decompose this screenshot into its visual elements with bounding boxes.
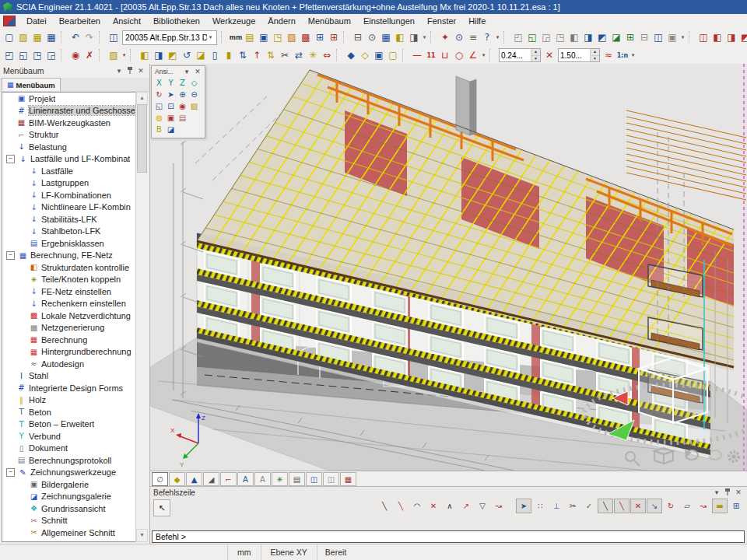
dropdown-arrow-icon[interactable]: ▾	[630, 52, 637, 58]
view-layout-icon-5[interactable]: ◧	[567, 30, 581, 44]
member-tool-icon-4[interactable]: ↺	[180, 48, 194, 62]
draw-circle-icon[interactable]: ○	[452, 48, 466, 62]
results-display-icon[interactable]: ◢	[203, 472, 219, 486]
tree-item[interactable]: #Integrierte Design Forms	[2, 382, 147, 394]
tree-item[interactable]: ↓Belastung	[2, 141, 147, 153]
menu-item[interactable]: Werkzeuge	[206, 15, 261, 27]
supports-display-icon[interactable]: ▲	[186, 472, 202, 486]
table-results-icon[interactable]: ⊞	[327, 30, 341, 44]
project-selector[interactable]: 20035 Alt.Epp.Str.13 Dach▾	[122, 30, 217, 45]
erase-icon[interactable]: ✗	[82, 48, 96, 62]
tree-item[interactable]: ⌐Struktur	[2, 129, 147, 142]
tree-item[interactable]: −↓Lastfälle und LF-Kombinat	[2, 153, 147, 166]
project-window-icon[interactable]: ◫	[107, 30, 121, 44]
light-icon[interactable]: ◍	[153, 112, 165, 124]
menu-item[interactable]: Ändern	[261, 15, 301, 27]
draw-segment-icon[interactable]: ╲	[377, 499, 392, 513]
layers-icon[interactable]: ▤	[243, 30, 257, 44]
window-copy-icon-1[interactable]: ◰	[2, 48, 16, 62]
snap-tangent-icon[interactable]: ↻	[663, 499, 679, 513]
tree-item[interactable]: ↓LF-Kombinationen	[2, 189, 147, 201]
expander-minus-icon[interactable]: −	[6, 468, 15, 477]
chevron-down-icon[interactable]: ▾	[711, 488, 722, 496]
plane-icon[interactable]: ▽	[475, 499, 490, 513]
member-tool-icon-6[interactable]: ▯	[208, 48, 222, 62]
view-floating-toolbar[interactable]: Ansi... ▾ ✕ XYZ◇↻➤⊕⊖◱⊡◉▧◍▣▤B◪	[151, 65, 205, 138]
scroll-up-icon[interactable]: ▲	[136, 92, 148, 105]
document-window-icon[interactable]	[3, 16, 16, 26]
member-check-icon-3[interactable]: ◨	[724, 30, 738, 44]
spinner-down-icon[interactable]: ▼	[591, 56, 599, 62]
view-y-icon[interactable]: Y	[165, 77, 177, 89]
menu-item[interactable]: Datei	[20, 15, 53, 27]
scale-ratio-icon[interactable]: 1:n	[615, 48, 630, 62]
view-params-alt-icon[interactable]: ◫	[323, 472, 339, 486]
draw-segment-red-icon[interactable]: ╲	[393, 499, 409, 513]
view-layout-icon-12[interactable]: ▣	[665, 30, 679, 44]
tree-item[interactable]: ✂Allgemeiner Schnitt	[2, 527, 147, 539]
clip-box-icon[interactable]: ▧	[188, 100, 200, 112]
tree-item[interactable]: ✂Schnitt	[2, 515, 147, 527]
dropdown-arrow-icon[interactable]: ▾	[121, 52, 128, 58]
draw-arc-icon[interactable]: ◠	[409, 499, 425, 513]
tab-menubaum[interactable]: ▦ Menübaum	[2, 78, 61, 91]
folder-icon[interactable]: ▨	[107, 48, 121, 62]
print-preview-icon[interactable]: ⊙	[365, 30, 379, 44]
snap-distance-spinner[interactable]: 0.24...▲▼	[499, 48, 541, 62]
axonometric-view-icon[interactable]: ◇	[188, 77, 200, 89]
walk-mode-icon[interactable]: ➤	[165, 89, 177, 100]
view-z-icon[interactable]: Z	[177, 77, 188, 89]
menu-item[interactable]: Hilfe	[462, 15, 492, 27]
spinner-buttons[interactable]: ▲▼	[590, 49, 599, 61]
member-tool-icon-5[interactable]: ◪	[194, 48, 208, 62]
expander-minus-icon[interactable]: −	[6, 155, 15, 163]
tree-item[interactable]: ◪Zeichnungsgalerie	[2, 491, 147, 503]
member-tool-icon-8[interactable]: ⇅	[236, 48, 250, 62]
dropdown-arrow-icon[interactable]: ▾	[421, 34, 428, 40]
snap-node-icon[interactable]: ↘	[647, 499, 662, 513]
storeys-icon[interactable]: ≡	[466, 30, 480, 44]
new-project-icon[interactable]: ▢	[2, 30, 16, 44]
status-plane[interactable]: Ebene XY	[261, 544, 317, 560]
view-layout-icon-1[interactable]: ◰	[511, 30, 525, 44]
zoom-selection-icon[interactable]: ◉	[177, 100, 188, 112]
units-mm-cm-icon[interactable]: mm	[229, 30, 243, 44]
view-params-icon[interactable]: ◫	[306, 472, 322, 486]
zoom-window-icon[interactable]: ◱	[153, 100, 165, 112]
close-icon[interactable]: ✕	[192, 68, 203, 75]
table-composer-icon[interactable]: ⊞	[313, 30, 327, 44]
spinner-buttons[interactable]: ▲▼	[531, 49, 540, 61]
member-tool-icon-3[interactable]: ◩	[166, 48, 180, 62]
clipboard-icon[interactable]: ▨	[285, 30, 299, 44]
view-layout-icon-7[interactable]: ◩	[595, 30, 609, 44]
dropdown-arrow-icon[interactable]: ▾	[480, 52, 487, 58]
menu-item[interactable]: Bibliotheken	[147, 15, 206, 27]
gallery-icon[interactable]: ▣	[257, 30, 271, 44]
tree-item[interactable]: YVerbund	[2, 430, 147, 443]
export-icon[interactable]: ◳	[271, 30, 285, 44]
tree-item[interactable]: ▤Berechnungsprotokoll	[2, 454, 147, 467]
block-tool-icon-4[interactable]: ▢	[386, 48, 400, 62]
document-new-icon[interactable]: ◧	[393, 30, 407, 44]
tree-item[interactable]: ▩Netzgenerierung	[2, 322, 147, 334]
close-icon[interactable]: ✕	[135, 67, 146, 75]
member-tool-icon-13[interactable]: ✳	[306, 48, 320, 62]
member-tool-icon-14[interactable]: ⇔	[320, 48, 334, 62]
view-x-icon[interactable]: X	[153, 77, 165, 89]
tree-item[interactable]: ◧Strukturdaten kontrollie	[2, 261, 147, 274]
fe-mesh-display-icon[interactable]: ▦	[340, 472, 356, 486]
what-is-icon[interactable]: ?	[480, 30, 494, 44]
table-input-icon[interactable]: ⊞	[728, 499, 744, 513]
member-tool-icon-7[interactable]: ▮	[222, 48, 236, 62]
scroll-thumb[interactable]	[137, 104, 147, 173]
view-layout-icon-11[interactable]: ◫	[651, 30, 665, 44]
labels-abc-off-icon[interactable]: A	[254, 472, 271, 486]
render-settings-icon[interactable]: ▣	[165, 112, 177, 124]
member-tool-icon-2[interactable]: ◨	[152, 48, 166, 62]
tree-item[interactable]: ✳Teile/Knoten koppeln	[2, 274, 147, 286]
spinner-up-icon[interactable]: ▲	[531, 49, 540, 56]
ruler-icon[interactable]: ▬	[712, 499, 728, 513]
tree-item[interactable]: ↓Stabilitäts-LFK	[2, 213, 147, 226]
view-layout-icon-3[interactable]: ◲	[539, 30, 553, 44]
close-icon[interactable]: ✕	[733, 488, 744, 496]
